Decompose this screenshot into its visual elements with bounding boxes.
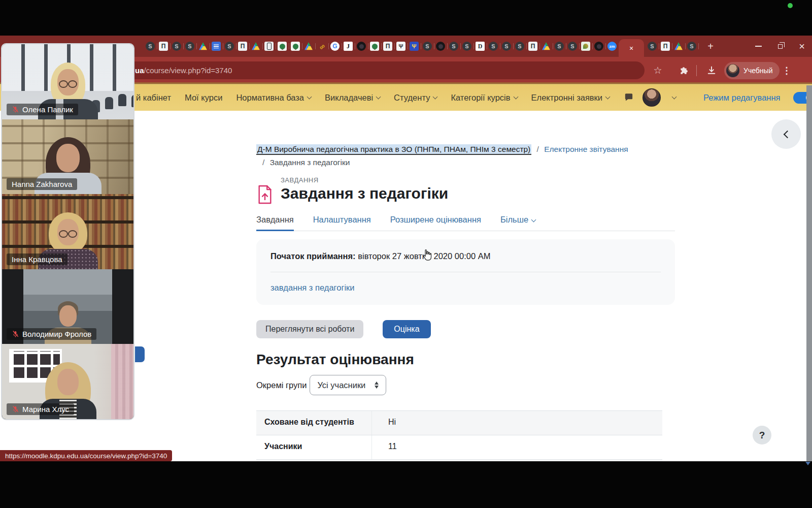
tab-label: Налаштування bbox=[313, 215, 371, 225]
browser-tab[interactable] bbox=[462, 41, 472, 51]
browser-tab[interactable] bbox=[238, 41, 248, 51]
nav-item-e-applications[interactable]: Електронні заявки bbox=[531, 93, 610, 103]
nav-item-label: Студенту bbox=[394, 93, 430, 103]
browser-tab[interactable] bbox=[369, 41, 380, 51]
user-avatar[interactable] bbox=[642, 88, 661, 107]
download-icon[interactable] bbox=[704, 57, 719, 84]
browser-tab[interactable] bbox=[172, 41, 182, 51]
nav-item-course-categories[interactable]: Категорії курсів bbox=[451, 93, 517, 103]
breadcrumb-section-link[interactable]: Електронне звітування bbox=[544, 145, 628, 153]
browser-tab[interactable] bbox=[673, 41, 684, 51]
tab-more[interactable]: Більше bbox=[500, 215, 535, 231]
kebab-menu-icon[interactable]: ⋮ bbox=[781, 57, 793, 84]
view-all-submissions-button[interactable]: Переглянути всі роботи bbox=[256, 320, 363, 338]
assignment-file-link[interactable]: завдання з педагогіки bbox=[270, 283, 355, 292]
browser-tab[interactable] bbox=[581, 41, 591, 51]
participant-video-maryna[interactable]: Марина Хлус bbox=[2, 344, 133, 419]
breadcrumb-course-link[interactable]: Д-М Виробнича педагогічна практика в ЗО … bbox=[256, 144, 531, 155]
video-call-overlay[interactable]: Олена ПавликHanna ZakharovaІнна Кравцова… bbox=[1, 43, 134, 420]
active-browser-tab[interactable]: × bbox=[619, 39, 644, 57]
nav-item-for-student[interactable]: Студенту bbox=[394, 93, 437, 103]
browser-tab[interactable] bbox=[383, 41, 393, 51]
tab-settings[interactable]: Налаштування bbox=[313, 215, 371, 231]
nav-item-for-teacher[interactable]: Викладачеві bbox=[325, 93, 380, 103]
close-window-icon[interactable]: × bbox=[799, 41, 805, 51]
tree-favicon bbox=[291, 42, 300, 51]
browser-tab[interactable] bbox=[409, 41, 419, 51]
chat-icon[interactable] bbox=[623, 92, 634, 103]
browser-tab[interactable] bbox=[251, 41, 261, 51]
browser-tab[interactable] bbox=[356, 41, 366, 51]
minimize-icon[interactable] bbox=[755, 46, 762, 47]
browser-tab[interactable] bbox=[330, 41, 340, 51]
browser-tab[interactable] bbox=[475, 41, 485, 51]
globe-favicon bbox=[172, 42, 181, 51]
globe-favicon bbox=[449, 42, 458, 51]
bookmark-star-icon[interactable]: ☆ bbox=[651, 57, 664, 84]
participant-name-label: Олена Павлик bbox=[7, 104, 78, 115]
browser-tab[interactable] bbox=[541, 41, 551, 51]
restore-window-icon[interactable] bbox=[778, 44, 783, 49]
browser-tab[interactable] bbox=[277, 41, 287, 51]
participant-video-volodymyr[interactable]: Володимир Фролов bbox=[2, 269, 133, 344]
participant-video-inna[interactable]: Інна Кравцова bbox=[2, 194, 133, 269]
browser-tab[interactable] bbox=[647, 41, 657, 51]
page-scrollbar[interactable] bbox=[806, 85, 812, 461]
browser-tab[interactable] bbox=[422, 41, 432, 51]
browser-tab[interactable] bbox=[211, 41, 221, 51]
chevron-down-icon[interactable] bbox=[672, 94, 677, 99]
scroll-down-arrow-icon[interactable] bbox=[805, 462, 810, 465]
browser-tab[interactable] bbox=[396, 41, 406, 51]
participant-name: Hanna Zakharova bbox=[12, 180, 72, 188]
browser-tab[interactable] bbox=[660, 41, 670, 51]
browser-tab[interactable] bbox=[594, 41, 604, 51]
nav-item-my-courses[interactable]: Мої курси bbox=[185, 93, 222, 103]
browser-profile-chip[interactable]: Учебный bbox=[724, 62, 780, 79]
phone-favicon bbox=[264, 42, 274, 51]
bank-favicon bbox=[661, 42, 670, 51]
participant-video-hanna[interactable]: Hanna Zakharova bbox=[2, 119, 133, 195]
browser-tab[interactable] bbox=[343, 41, 353, 51]
browser-tab[interactable] bbox=[158, 41, 168, 51]
extensions-puzzle-icon[interactable] bbox=[677, 57, 690, 84]
browser-tab[interactable] bbox=[303, 41, 314, 51]
browser-tab[interactable] bbox=[501, 41, 512, 51]
browser-tab[interactable] bbox=[687, 41, 697, 51]
browser-tab[interactable] bbox=[449, 41, 459, 51]
help-button[interactable]: ? bbox=[753, 426, 771, 444]
address-bar[interactable]: ua/course/view.php?id=3740 bbox=[51, 61, 645, 79]
browser-tab[interactable] bbox=[567, 41, 578, 51]
browser-tab[interactable] bbox=[145, 41, 155, 51]
browser-tab[interactable] bbox=[528, 41, 538, 51]
table-row-label: Учасники bbox=[256, 435, 372, 459]
browser-tab[interactable] bbox=[515, 41, 525, 51]
muted-mic-icon bbox=[12, 405, 19, 413]
nav-item-normative-base[interactable]: Нормативна база bbox=[236, 93, 311, 103]
browser-tab[interactable] bbox=[290, 41, 300, 51]
close-tab-icon[interactable]: × bbox=[629, 44, 633, 52]
grade-button[interactable]: Оцінка bbox=[383, 320, 430, 338]
participant-name: Марина Хлус bbox=[22, 405, 69, 414]
browser-tab[interactable] bbox=[435, 41, 446, 51]
browser-tab[interactable] bbox=[264, 41, 274, 51]
profile-avatar bbox=[726, 64, 739, 77]
browser-tab[interactable] bbox=[224, 41, 234, 51]
new-tab-button[interactable]: + bbox=[704, 40, 717, 52]
chevron-down-icon bbox=[513, 94, 518, 99]
browser-tab[interactable] bbox=[488, 41, 498, 51]
browser-tab[interactable] bbox=[317, 41, 327, 51]
nav-item-label: Електронні заявки bbox=[531, 93, 602, 103]
browser-tab[interactable] bbox=[607, 41, 617, 51]
participant-video-olena[interactable]: Олена Павлик bbox=[2, 44, 133, 119]
nav-item-cabinet[interactable]: й кабінет bbox=[136, 93, 171, 103]
nav-item-label: Мої курси bbox=[185, 93, 222, 103]
face bbox=[59, 305, 77, 327]
tab-advanced-grading[interactable]: Розширене оцінювання bbox=[390, 215, 481, 231]
open-drawer-button[interactable] bbox=[771, 119, 801, 149]
globe-favicon bbox=[185, 42, 194, 51]
browser-tab[interactable] bbox=[185, 41, 195, 51]
groups-select[interactable]: Усі учасники bbox=[310, 375, 386, 395]
browser-tab[interactable] bbox=[198, 41, 208, 51]
browser-tab[interactable] bbox=[554, 41, 564, 51]
tab-assignment[interactable]: Завдання bbox=[256, 215, 294, 231]
